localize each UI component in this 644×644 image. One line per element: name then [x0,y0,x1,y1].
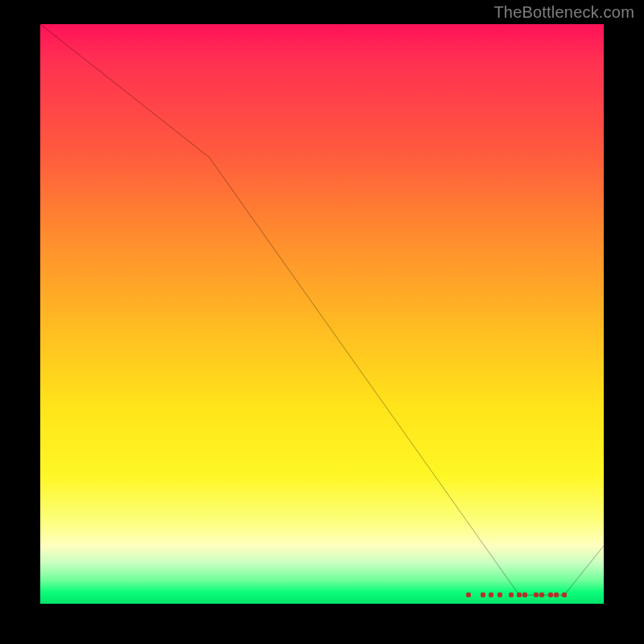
marker-point [517,592,522,597]
plot-area [40,24,604,604]
marker-point [509,592,514,597]
chart-frame: TheBottleneck.com [0,0,644,644]
marker-point [539,592,544,597]
marker-point [562,592,567,597]
watermark-text: TheBottleneck.com [493,3,634,22]
marker-cluster [40,24,604,604]
marker-point [489,592,493,597]
marker-point [534,592,539,597]
marker-point [548,592,553,597]
marker-point [466,592,471,597]
marker-point [522,592,527,597]
marker-point [481,592,485,597]
marker-point [554,592,559,597]
marker-point [497,592,502,597]
